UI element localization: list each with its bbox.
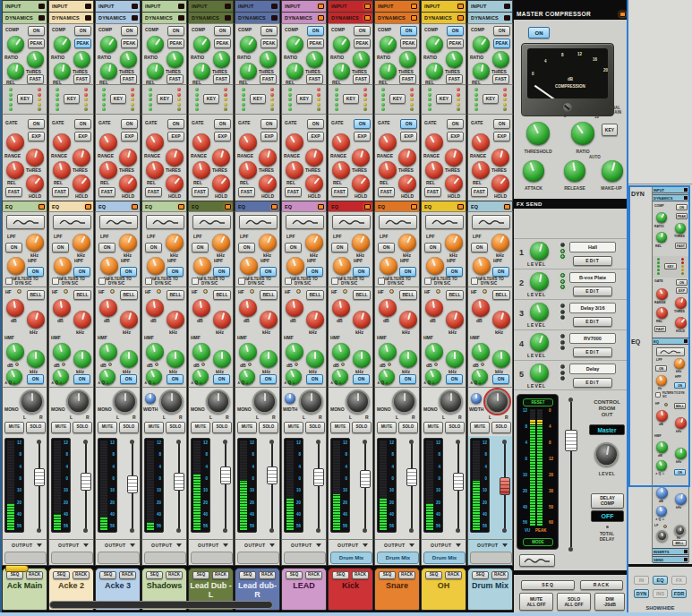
master-scope-button[interactable]	[519, 554, 555, 567]
gate-range-knob[interactable]	[53, 133, 71, 151]
gate-range-knob[interactable]	[146, 133, 164, 151]
master-key-button[interactable]: KEY	[602, 124, 618, 136]
input-section-header[interactable]: INPUT	[95, 0, 141, 12]
gate-on-button[interactable]: ON	[307, 119, 324, 129]
comp-peak-button[interactable]: PEAK	[307, 38, 324, 48]
comp-on-button[interactable]: ON	[28, 26, 45, 36]
gate-hold-knob[interactable]	[259, 175, 277, 192]
solo-button[interactable]: SOLO	[259, 422, 278, 433]
hmf-gain-knob[interactable]	[6, 343, 24, 361]
control-room-source-display[interactable]: Master	[589, 424, 625, 435]
hf-bell-button[interactable]: BELL	[492, 290, 510, 300]
gate-hold-knob[interactable]	[26, 175, 44, 192]
fader-cap[interactable]	[34, 468, 45, 486]
comp-peak-button[interactable]: PEAK	[493, 38, 510, 48]
output-selector[interactable]	[4, 552, 47, 564]
input-section-header[interactable]: INPUT	[48, 0, 94, 12]
eq-curve-button[interactable]	[425, 215, 464, 229]
lpf-freq-knob[interactable]	[445, 234, 463, 252]
fx-send-level-knob[interactable]	[530, 242, 549, 261]
eq-curve-button[interactable]	[379, 215, 417, 229]
gate-fast-button[interactable]: FAST	[285, 187, 302, 197]
lpf-freq-knob[interactable]	[73, 234, 90, 252]
channel-name[interactable]: Acke 2	[50, 582, 92, 591]
fader-cap[interactable]	[127, 475, 138, 493]
eq-section-header[interactable]: EQ	[374, 201, 420, 211]
comp-ratio-knob[interactable]	[193, 36, 210, 53]
comp-ratio-knob[interactable]	[7, 36, 24, 53]
fader-cap[interactable]	[81, 473, 91, 491]
output-dropdown-arrow[interactable]	[269, 543, 275, 547]
output-dropdown-arrow[interactable]	[83, 543, 89, 547]
hmf-gain-knob[interactable]	[146, 343, 164, 361]
gate-on-button[interactable]: ON	[121, 119, 138, 129]
lpf-on-button[interactable]: ON	[331, 243, 348, 252]
hpf-on-button[interactable]: ON	[492, 267, 509, 277]
hf-freq-knob[interactable]	[399, 311, 417, 329]
comp-rel-knob[interactable]	[240, 63, 257, 80]
fx-send-level-knob[interactable]	[530, 272, 549, 291]
width-knob[interactable]	[285, 393, 295, 404]
output-selector[interactable]	[51, 552, 93, 564]
lpf-freq-knob[interactable]	[212, 234, 230, 252]
comp-rel-knob[interactable]	[286, 63, 303, 80]
lpf-freq-knob[interactable]	[491, 234, 509, 252]
hmf-freq-knob[interactable]	[399, 350, 417, 368]
mute-button[interactable]: MUTE	[51, 422, 71, 433]
mute-button[interactable]: MUTE	[98, 422, 117, 433]
eq-curve-button[interactable]	[99, 215, 138, 229]
solo-button[interactable]: SOLO	[119, 422, 139, 433]
solo-button[interactable]: SOLO	[445, 422, 465, 433]
comp-peak-button[interactable]: PEAK	[354, 38, 371, 48]
rack-button[interactable]: RACK	[259, 571, 276, 579]
gate-rel-knob[interactable]	[146, 161, 164, 179]
gate-on-button[interactable]: ON	[74, 119, 91, 129]
gate-range-knob[interactable]	[286, 133, 303, 151]
hpf-freq-knob[interactable]	[147, 257, 165, 275]
eq-curve-button[interactable]	[53, 215, 91, 229]
key-button[interactable]: KEY	[250, 94, 266, 104]
comp-rel-knob[interactable]	[333, 63, 350, 80]
show-hide-ins-button[interactable]: INS	[653, 589, 668, 598]
input-section-header[interactable]: INPUT	[281, 0, 327, 12]
hpf-on-button[interactable]: ON	[213, 267, 230, 277]
comp-ratio-knob[interactable]	[240, 36, 257, 53]
fx-send-name[interactable]: B-vox Plate	[569, 272, 616, 283]
lpf-on-button[interactable]: ON	[52, 243, 69, 252]
hf-bell-button[interactable]: BELL	[306, 290, 324, 300]
hf-gain-knob[interactable]	[472, 299, 490, 317]
gate-range-knob[interactable]	[425, 133, 443, 151]
gate-on-button[interactable]: ON	[261, 119, 278, 129]
hpf-freq-knob[interactable]	[473, 257, 491, 275]
hpf-on-button[interactable]: ON	[446, 267, 463, 277]
navigator-viewport[interactable]	[628, 185, 690, 487]
hpf-on-button[interactable]: ON	[260, 267, 277, 277]
pan-knob[interactable]	[66, 389, 90, 414]
filters-to-dyn-checkbox[interactable]	[378, 278, 385, 285]
hf-bell-button[interactable]: BELL	[399, 290, 417, 300]
width-knob[interactable]	[471, 393, 482, 404]
output-selector[interactable]	[284, 552, 326, 564]
hf-freq-knob[interactable]	[446, 311, 464, 329]
gate-exp-button[interactable]: EXP	[493, 132, 510, 141]
fx-send-header[interactable]: FX SEND	[514, 199, 628, 209]
lpf-freq-knob[interactable]	[119, 234, 137, 252]
comp-fast-button[interactable]: FAST	[120, 74, 137, 84]
pan-knob[interactable]	[392, 389, 416, 414]
solo-button[interactable]: SOLO	[166, 422, 185, 433]
hf-gain-knob[interactable]	[53, 299, 71, 317]
hpf-on-button[interactable]: ON	[167, 267, 184, 277]
channel-name[interactable]: Lead dub-R	[236, 582, 278, 599]
gate-fast-button[interactable]: FAST	[378, 187, 395, 197]
gate-rel-knob[interactable]	[425, 161, 443, 179]
gate-exp-button[interactable]: EXP	[261, 132, 278, 141]
gate-thres-knob[interactable]	[491, 149, 509, 167]
fx-send-name[interactable]: Delay 3/16	[569, 303, 616, 313]
comp-thres-knob[interactable]	[27, 51, 44, 68]
fader-cap[interactable]	[267, 466, 278, 484]
gate-on-button[interactable]: ON	[214, 119, 231, 129]
pan-knob[interactable]	[439, 389, 463, 414]
filters-to-dyn-checkbox[interactable]	[285, 278, 292, 285]
hf-gain-knob[interactable]	[239, 299, 257, 317]
lpf-on-button[interactable]: ON	[471, 243, 488, 252]
